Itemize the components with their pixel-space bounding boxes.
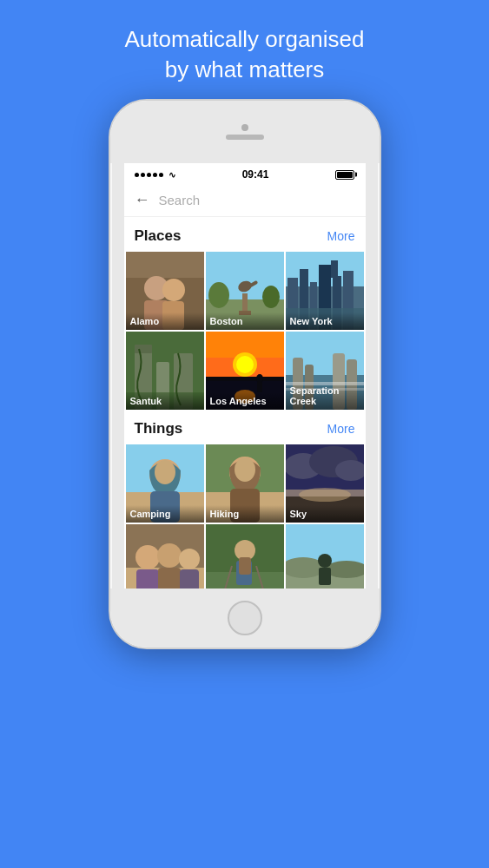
- places-grid: Alamo: [124, 252, 366, 410]
- sky-label: Sky: [286, 505, 364, 523]
- svg-point-4: [162, 279, 185, 301]
- places-title: Places: [135, 227, 182, 245]
- thing-row2-item1[interactable]: [126, 524, 204, 589]
- alamo-label: Alamo: [126, 312, 204, 330]
- signal-dot-4: [153, 173, 157, 177]
- things-grid: Camping Hiking: [124, 444, 366, 589]
- svg-point-70: [157, 543, 182, 568]
- headline: Automatically organised by what matters: [89, 0, 399, 101]
- signal-strength: [135, 173, 163, 177]
- headline-text: Automatically organised: [124, 26, 364, 52]
- thing-sky[interactable]: Sky: [286, 444, 364, 523]
- signal-dot-1: [135, 173, 139, 177]
- status-left: ∿: [135, 170, 175, 180]
- svg-point-34: [236, 356, 254, 373]
- separation-creek-label: Separation Creek: [286, 382, 364, 410]
- svg-rect-73: [180, 569, 199, 589]
- thing-row2-3-image: [286, 524, 364, 589]
- svg-point-38: [256, 374, 263, 383]
- signal-dot-2: [141, 173, 145, 177]
- status-time: 09:41: [242, 168, 269, 181]
- thing-row2-2-image: [206, 524, 284, 589]
- hiking-label: Hiking: [206, 505, 284, 523]
- svg-rect-86: [319, 568, 331, 585]
- svg-point-72: [179, 549, 200, 569]
- camping-label: Camping: [126, 505, 204, 523]
- thing-row2-item2[interactable]: [206, 524, 284, 589]
- newyork-label: New York: [286, 312, 364, 330]
- phone-mockup: ∿ 09:41 ← Search Places More: [110, 101, 380, 868]
- places-section-header: Places More: [124, 217, 366, 252]
- svg-point-12: [208, 282, 229, 308]
- thing-hiking[interactable]: Hiking: [206, 444, 284, 523]
- place-separation-creek[interactable]: Separation Creek: [286, 332, 364, 410]
- battery-fill: [337, 172, 353, 178]
- back-button[interactable]: ←: [135, 191, 150, 209]
- place-santuk[interactable]: Santuk: [126, 332, 204, 410]
- losangeles-label: Los Angeles: [206, 392, 284, 410]
- place-losangeles[interactable]: Los Angeles: [206, 332, 284, 410]
- signal-dot-3: [147, 173, 151, 177]
- speaker: [226, 135, 264, 140]
- svg-rect-37: [206, 377, 284, 381]
- svg-point-68: [135, 545, 160, 569]
- things-more-button[interactable]: More: [327, 422, 355, 436]
- svg-point-85: [318, 554, 332, 568]
- svg-rect-71: [158, 568, 181, 589]
- search-input[interactable]: Search: [159, 193, 355, 207]
- phone-shell: ∿ 09:41 ← Search Places More: [110, 101, 380, 648]
- svg-point-65: [299, 488, 351, 502]
- bottom-bezel: [110, 589, 380, 648]
- top-bezel: [110, 101, 380, 163]
- thing-row2-item3[interactable]: [286, 524, 364, 589]
- svg-rect-69: [136, 569, 159, 589]
- things-section-header: Things More: [124, 410, 366, 444]
- status-bar: ∿ 09:41: [124, 163, 366, 184]
- thing-row2-1-image: [126, 524, 204, 589]
- santuk-label: Santuk: [126, 392, 204, 410]
- svg-rect-22: [331, 260, 338, 278]
- content-area: Places More Alamo: [124, 217, 366, 589]
- home-button[interactable]: [228, 601, 262, 635]
- svg-rect-39: [257, 382, 262, 392]
- signal-dot-5: [159, 173, 163, 177]
- svg-point-13: [262, 286, 280, 308]
- search-bar[interactable]: ← Search: [124, 184, 366, 217]
- places-more-button[interactable]: More: [327, 229, 355, 243]
- svg-point-51: [155, 460, 175, 484]
- wifi-icon: ∿: [169, 170, 175, 180]
- thing-camping[interactable]: Camping: [126, 444, 204, 523]
- place-alamo[interactable]: Alamo: [126, 252, 204, 330]
- front-camera: [241, 124, 248, 131]
- place-boston[interactable]: Boston: [206, 252, 284, 330]
- svg-point-56: [235, 457, 255, 482]
- boston-label: Boston: [206, 312, 284, 330]
- place-newyork[interactable]: New York: [286, 252, 364, 330]
- headline-text2: by what matters: [165, 56, 325, 82]
- status-right: [335, 170, 354, 180]
- phone-screen: ∿ 09:41 ← Search Places More: [124, 163, 366, 589]
- things-title: Things: [135, 420, 183, 437]
- svg-rect-8: [242, 293, 248, 312]
- svg-rect-26: [135, 345, 152, 353]
- svg-rect-80: [239, 557, 251, 575]
- battery-icon: [335, 170, 354, 180]
